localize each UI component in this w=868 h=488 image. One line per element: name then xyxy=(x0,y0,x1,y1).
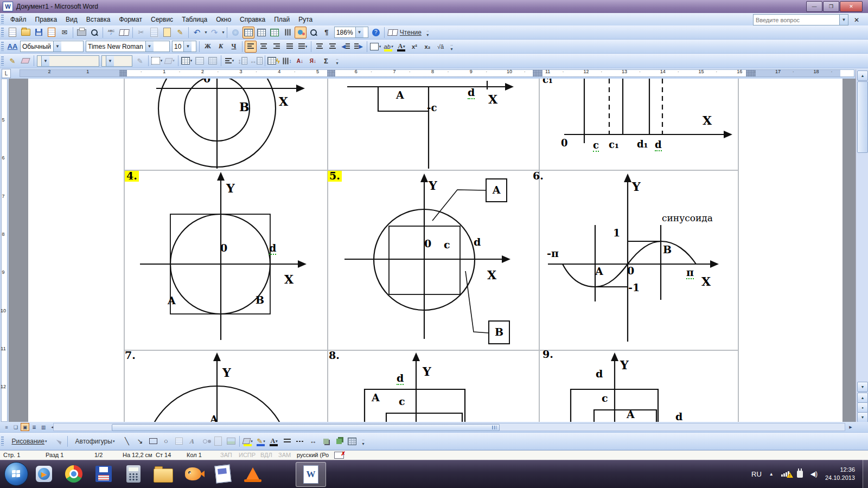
ask-question-input[interactable] xyxy=(753,14,840,25)
toolbar-options-icon[interactable]: ..▾ xyxy=(360,435,366,447)
undo-button[interactable]: ↶ xyxy=(191,27,203,38)
menu-item-9[interactable]: Плай xyxy=(270,14,294,25)
menu-item-2[interactable]: Вид xyxy=(61,14,82,25)
redo-dropdown-icon[interactable]: ▼ xyxy=(221,30,225,34)
outline-view-button[interactable]: ≣ xyxy=(30,423,39,431)
start-button[interactable] xyxy=(4,462,28,486)
taskbar-floppy-app[interactable] xyxy=(92,463,115,485)
drawing-button[interactable] xyxy=(295,27,307,38)
vertical-ruler[interactable]: 56789101112 xyxy=(0,79,9,422)
web-layout-view-button[interactable]: ❏ xyxy=(11,423,20,431)
dash-style-button[interactable] xyxy=(294,435,306,447)
status-revisions-toggle[interactable]: ИСПР xyxy=(239,452,256,458)
sort-ascending-button[interactable]: А↓ xyxy=(294,55,306,67)
email-button[interactable]: ✉ xyxy=(59,27,71,38)
close-button[interactable]: ✕ xyxy=(840,1,863,12)
text-box-button[interactable] xyxy=(173,435,185,447)
vertical-scrollbar[interactable]: ▲ ▼ ▲ ● ▼ xyxy=(856,69,868,422)
font-size-combobox[interactable]: 10 ▼ xyxy=(172,41,196,52)
borders-button[interactable]: ▾ xyxy=(369,41,381,53)
help-button[interactable]: ? xyxy=(370,27,382,38)
oval-button[interactable]: ○ xyxy=(160,435,172,447)
table-autoformat-button[interactable]: ϟ xyxy=(267,55,280,67)
menu-item-0[interactable]: Файл xyxy=(6,14,31,25)
clip-art-button[interactable] xyxy=(212,435,224,447)
menu-item-6[interactable]: Таблица xyxy=(177,14,212,25)
distribute-rows-button[interactable]: ↕ xyxy=(237,55,248,67)
zoom-dropdown-icon[interactable]: ▼ xyxy=(355,27,363,37)
minimize-button[interactable]: — xyxy=(806,1,822,12)
scroll-down-icon[interactable]: ▼ xyxy=(857,382,868,392)
taskbar-cards-app[interactable] xyxy=(212,463,234,485)
zoom-combobox[interactable]: 186% ▼ xyxy=(334,27,368,38)
menu-item-4[interactable]: Формат xyxy=(114,14,146,25)
arrow-style-button[interactable]: ↔ xyxy=(307,435,319,447)
toolbar-grip[interactable] xyxy=(1,56,4,66)
status-overtype-toggle[interactable]: ЗАМ xyxy=(278,452,291,458)
font-color-button[interactable]: А▾ xyxy=(268,435,280,447)
fill-color-button[interactable]: ▾ xyxy=(242,435,254,447)
line-color-button[interactable]: ✎▾ xyxy=(255,435,267,447)
open-button[interactable] xyxy=(20,27,31,38)
taskbar-media-player[interactable]: ▶ xyxy=(33,463,55,485)
menu-item-10[interactable]: Рута xyxy=(294,14,317,25)
insert-table-button[interactable] xyxy=(256,27,267,38)
draw-menu-button[interactable]: Рисование▾ xyxy=(7,435,52,447)
previous-page-icon[interactable]: ▲ xyxy=(857,393,868,403)
normal-view-button[interactable]: ≡ xyxy=(2,423,11,431)
restore-button[interactable]: ❐ xyxy=(823,1,839,12)
font-combobox[interactable]: Times New Roman ▼ xyxy=(86,41,170,52)
cut-button[interactable]: ✂ xyxy=(135,27,147,38)
select-browse-object-icon[interactable]: ● xyxy=(857,402,868,413)
menu-item-1[interactable]: Правка xyxy=(31,14,62,25)
menu-item-3[interactable]: Вставка xyxy=(82,14,115,25)
menu-item-7[interactable]: Окно xyxy=(212,14,235,25)
styles-pane-button[interactable]: АА xyxy=(7,41,18,53)
equation-editor-button[interactable]: √ā xyxy=(435,41,446,53)
reading-view-button[interactable]: ▥ xyxy=(39,423,48,431)
format-painter-button[interactable]: ✎ xyxy=(174,27,186,38)
tab-selector[interactable]: L xyxy=(2,69,11,78)
next-page-icon[interactable]: ▼ xyxy=(857,412,868,422)
line-spacing-button[interactable]: ▾ xyxy=(297,41,309,53)
toolbar-options-icon[interactable]: ..▾ xyxy=(334,55,340,67)
border-color-button[interactable]: ✎ xyxy=(134,55,146,67)
spelling-status-icon[interactable]: ✗ xyxy=(334,452,344,459)
status-record-toggle[interactable]: ЗАП xyxy=(220,452,232,458)
paste-button[interactable] xyxy=(161,27,173,38)
sort-descending-button[interactable]: Я↓ xyxy=(307,55,319,67)
insert-picture-button[interactable] xyxy=(225,435,237,447)
insert-table-button[interactable]: ▾ xyxy=(181,55,193,67)
menu-item-5[interactable]: Сервис xyxy=(146,14,177,25)
menubar-close-icon[interactable]: ✕ xyxy=(854,16,859,24)
show-hide-marks-button[interactable]: ¶ xyxy=(321,27,333,38)
arrow-button[interactable]: ↘ xyxy=(134,435,146,447)
show-desktop-button[interactable] xyxy=(863,460,868,488)
redo-button[interactable]: ↷ xyxy=(208,27,220,38)
scroll-right-icon[interactable]: ▶ xyxy=(846,423,855,431)
save-button[interactable] xyxy=(33,27,44,38)
rectangle-button[interactable] xyxy=(147,435,159,447)
highlight-button[interactable]: ab▾ xyxy=(382,41,394,53)
cell-alignment-button[interactable]: ▾ xyxy=(224,55,235,67)
shading-color-button[interactable]: ▾ xyxy=(164,55,176,67)
menu-item-8[interactable]: Справка xyxy=(235,14,270,25)
horizontal-scrollbar[interactable] xyxy=(53,423,845,431)
threed-style-button[interactable] xyxy=(333,435,345,447)
line-weight-combobox[interactable]: ▼ xyxy=(101,55,132,67)
ruler-table-marker[interactable] xyxy=(119,70,127,76)
eraser-button[interactable] xyxy=(20,55,31,67)
distribute-columns-button[interactable]: ↔ xyxy=(250,55,263,67)
status-language[interactable]: русский (Ро xyxy=(297,452,329,458)
print-layout-view-button[interactable]: ▣ xyxy=(21,423,29,431)
toolbar-options-icon[interactable]: ..▾ xyxy=(449,41,455,53)
read-mode-button[interactable]: Чтение xyxy=(387,27,423,38)
toolbar-options-icon[interactable]: ..▾ xyxy=(425,27,431,38)
align-left-button[interactable] xyxy=(245,41,257,53)
power-icon[interactable] xyxy=(797,471,803,478)
toolbar-grip[interactable] xyxy=(1,15,4,24)
bold-button[interactable]: Ж xyxy=(202,41,214,53)
style-combobox[interactable]: Обычный ▼ xyxy=(20,41,84,52)
taskbar-file-manager[interactable] xyxy=(152,463,175,485)
spelling-button[interactable]: ABC✓ xyxy=(105,27,117,38)
